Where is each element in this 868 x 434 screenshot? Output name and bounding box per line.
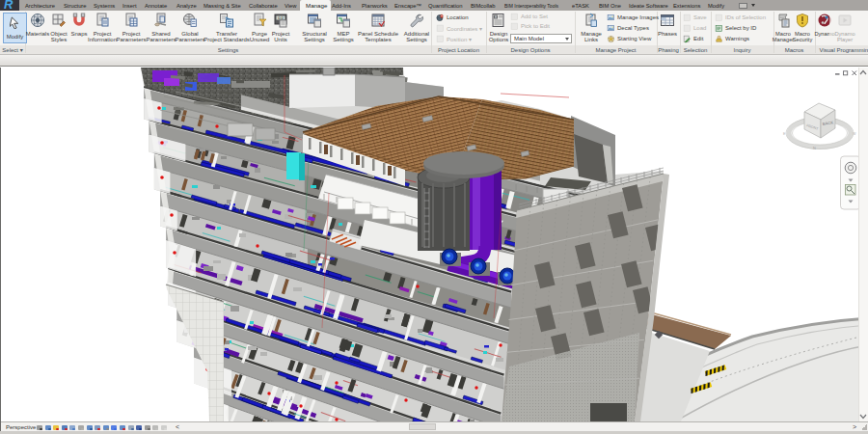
svg-text:E: E (783, 132, 786, 136)
svg-text:0.0: 0.0 (278, 15, 284, 20)
svg-text:N: N (813, 146, 816, 150)
svg-text:W: W (853, 132, 856, 136)
